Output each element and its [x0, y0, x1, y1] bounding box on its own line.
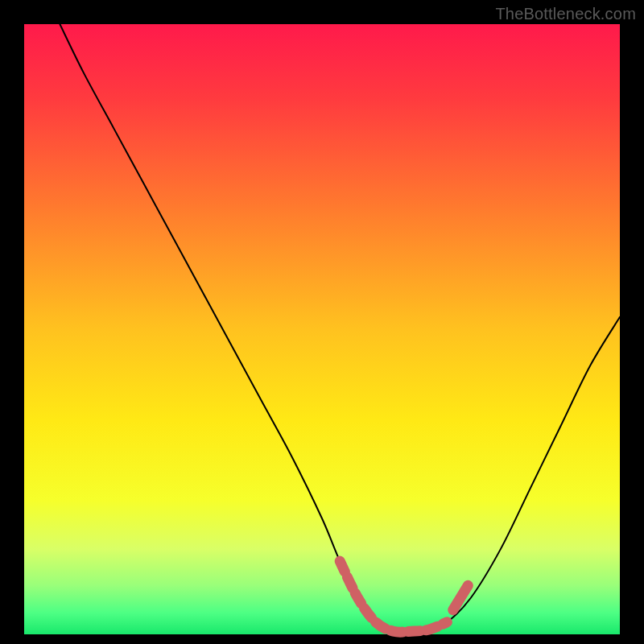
chart-stage: TheBottleneck.com: [0, 0, 644, 644]
bottleneck-chart: [0, 0, 644, 644]
plot-area: [24, 24, 620, 634]
watermark-text: TheBottleneck.com: [495, 5, 636, 23]
